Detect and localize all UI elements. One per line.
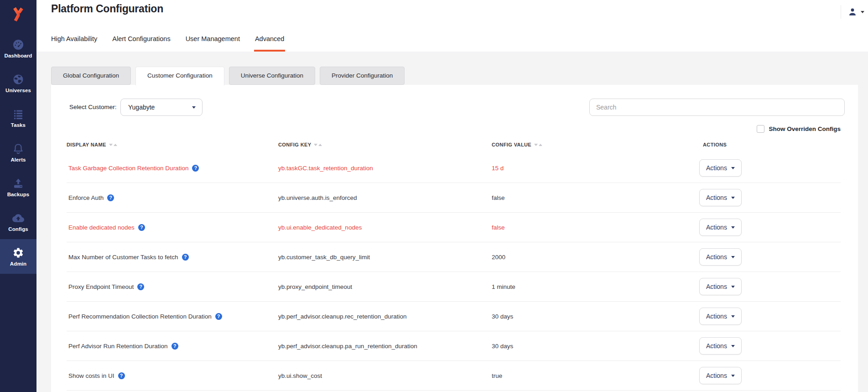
nav-tabs: High Availability Alert Configurations U…	[51, 35, 284, 52]
user-icon	[847, 7, 858, 17]
table-row-enforce-auth: Enforce Auth ? yb.universe.auth.is_enfor…	[67, 183, 841, 213]
help-icon[interactable]: ?	[107, 194, 114, 201]
sidebar-item-configs[interactable]: Configs	[0, 204, 36, 239]
chevron-down-icon	[192, 106, 196, 109]
chevron-down-icon	[731, 197, 735, 199]
sort-icon	[109, 144, 117, 146]
help-icon[interactable]: ?	[192, 165, 199, 172]
subtab-label: Global Configuration	[63, 72, 119, 79]
chevron-down-icon	[731, 286, 735, 288]
help-icon[interactable]: ?	[215, 313, 222, 320]
config-value: true	[492, 372, 699, 379]
config-display-name: Max Number of Customer Tasks to fetch	[68, 254, 178, 261]
actions-button[interactable]: Actions	[699, 278, 742, 295]
column-header-config-key[interactable]: CONFIG KEY	[278, 142, 492, 147]
sidebar-item-dashboard[interactable]: Dashboard	[0, 31, 36, 66]
config-table-body: Task Garbage Collection Retention Durati…	[67, 153, 841, 391]
config-key: yb.proxy_endpoint_timeout	[278, 283, 492, 290]
sidebar-item-admin[interactable]: Admin	[0, 239, 36, 274]
sidebar-item-label: Admin	[10, 261, 26, 267]
tab-alert-configurations[interactable]: Alert Configurations	[112, 35, 170, 52]
help-icon[interactable]: ?	[137, 283, 144, 290]
config-key: yb.customer_task_db_query_limit	[278, 254, 492, 261]
config-value: false	[492, 224, 699, 231]
subtab-universe-configuration[interactable]: Universe Configuration	[229, 67, 315, 85]
sidebar-item-label: Universes	[5, 88, 31, 93]
help-icon[interactable]: ?	[172, 343, 178, 350]
top-header: Platform Configuration High Availability…	[36, 0, 868, 52]
help-icon[interactable]: ?	[138, 224, 145, 231]
gear-icon	[12, 247, 24, 259]
actions-button[interactable]: Actions	[699, 219, 742, 236]
chevron-down-icon	[731, 375, 735, 377]
actions-button[interactable]: Actions	[699, 189, 742, 206]
actions-button[interactable]: Actions	[699, 308, 742, 325]
yugabyte-logo[interactable]	[0, 0, 36, 26]
sidebar-item-label: Alerts	[10, 157, 26, 162]
actions-button[interactable]: Actions	[699, 248, 742, 266]
column-header-display-name[interactable]: DISPLAY NAME	[67, 142, 278, 147]
table-header: DISPLAY NAME CONFIG KEY CONFIG VALUE ACT…	[67, 140, 841, 150]
sidebar-item-backups[interactable]: Backups	[0, 170, 36, 204]
tab-advanced[interactable]: Advanced	[255, 35, 285, 52]
config-key: yb.perf_advisor.cleanup.rec_retention_du…	[278, 313, 492, 320]
actions-button-label: Actions	[706, 253, 727, 261]
subtab-customer-configuration[interactable]: Customer Configuration	[135, 67, 224, 85]
actions-button[interactable]: Actions	[699, 367, 742, 384]
config-key: yb.ui.enable_dedicated_nodes	[278, 224, 492, 231]
content-area: Global Configuration Customer Configurat…	[36, 52, 868, 392]
subtab-provider-configuration[interactable]: Provider Configuration	[320, 67, 405, 85]
select-customer-label: Select Customer:	[69, 99, 117, 116]
table-row-perf-recommendation-collection-retention-duration: Perf Recommendation Collection Retention…	[67, 302, 841, 331]
config-value: 30 days	[492, 313, 699, 320]
column-header-config-value[interactable]: CONFIG VALUE	[492, 142, 699, 147]
config-value: 2000	[492, 254, 699, 261]
sidebar-item-alerts[interactable]: Alerts	[0, 135, 36, 170]
config-key: yb.perf_advisor.cleanup.pa_run_retention…	[278, 343, 492, 350]
subtab-global-configuration[interactable]: Global Configuration	[51, 67, 131, 85]
show-overridden-label: Show Overriden Configs	[769, 125, 841, 132]
table-row-enable-dedicated-nodes: Enable dedicated nodes ? yb.ui.enable_de…	[67, 213, 841, 242]
sort-icon	[534, 144, 542, 146]
config-display-name: Task Garbage Collection Retention Durati…	[68, 165, 188, 172]
customer-config-panel: Select Customer: Yugabyte Show Overriden…	[51, 85, 858, 392]
chevron-down-icon	[731, 315, 735, 318]
tab-label: User Management	[186, 35, 240, 42]
config-value: 15 d	[492, 165, 699, 172]
task-list-icon	[12, 108, 24, 120]
actions-button-label: Actions	[706, 224, 727, 231]
table-row-max-number-of-customer-tasks-to-fetch: Max Number of Customer Tasks to fetch ? …	[67, 242, 841, 272]
config-key: yb.universe.auth.is_enforced	[278, 194, 492, 201]
customer-select[interactable]: Yugabyte	[120, 99, 203, 116]
help-icon[interactable]: ?	[118, 372, 125, 379]
sidebar-item-tasks[interactable]: Tasks	[0, 100, 36, 135]
tab-user-management[interactable]: User Management	[186, 35, 240, 52]
tab-label: Advanced	[255, 35, 285, 42]
column-header-label: ACTIONS	[703, 142, 727, 147]
column-header-actions[interactable]: ACTIONS	[699, 142, 841, 147]
controls-row: Select Customer: Yugabyte	[51, 99, 858, 116]
config-subtabs: Global Configuration Customer Configurat…	[51, 67, 868, 85]
page-title: Platform Configuration	[51, 3, 163, 15]
chevron-down-icon	[731, 256, 735, 258]
actions-button[interactable]: Actions	[699, 159, 742, 177]
table-row-proxy-endpoint-timeout: Proxy Endpoint Timeout ? yb.proxy_endpoi…	[67, 272, 841, 302]
globe-icon	[12, 73, 24, 85]
user-menu[interactable]	[841, 5, 864, 19]
config-display-name: Show costs in UI	[68, 372, 114, 379]
bell-icon	[12, 143, 24, 155]
config-value: 30 days	[492, 343, 699, 350]
help-icon[interactable]: ?	[182, 254, 189, 261]
show-overridden-checkbox[interactable]	[757, 125, 764, 133]
dashboard-gauge-icon	[12, 39, 24, 51]
config-display-name: Enforce Auth	[68, 194, 104, 201]
config-display-name: Perf Recommendation Collection Retention…	[68, 313, 212, 320]
backup-upload-icon	[12, 178, 24, 189]
sidebar-item-universes[interactable]: Universes	[0, 66, 36, 100]
show-overridden-row: Show Overriden Configs	[51, 124, 841, 133]
search-input[interactable]	[589, 99, 845, 116]
actions-button-label: Actions	[706, 194, 727, 201]
actions-button[interactable]: Actions	[699, 337, 742, 355]
tab-high-availability[interactable]: High Availability	[51, 35, 97, 52]
config-value: false	[492, 194, 699, 201]
